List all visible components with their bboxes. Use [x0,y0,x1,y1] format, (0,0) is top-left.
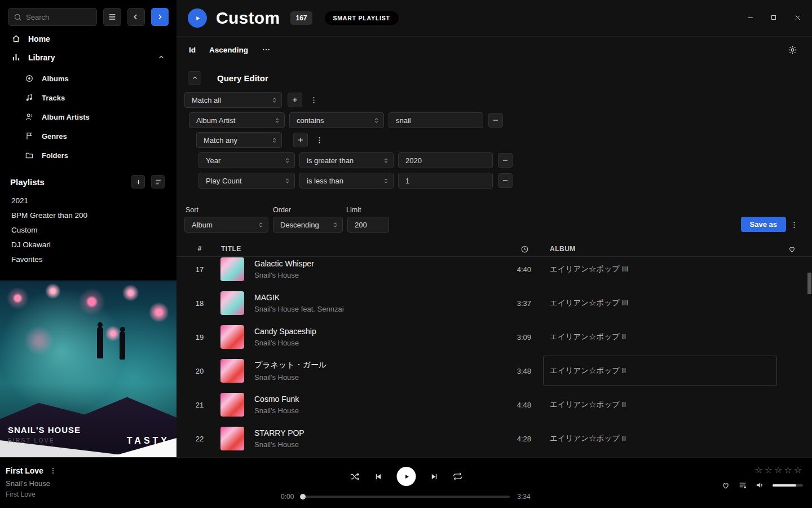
shuffle-button[interactable] [350,471,360,482]
rule-operator-select[interactable]: contains [289,112,384,128]
playlist-item[interactable]: Custom [0,222,176,237]
now-playing-artist[interactable]: Snail's House [6,479,57,488]
playlist-item[interactable]: BPM Greater than 200 [0,208,176,222]
sidebar-item-albums[interactable]: Albums [0,69,176,88]
rule-value-input[interactable] [398,173,493,189]
match-all-select[interactable]: Match all [184,92,282,108]
track-artist[interactable]: Snail's House [254,339,469,347]
playlist-item[interactable]: 2021 [0,193,176,208]
favorite-heart-icon[interactable] [775,245,812,253]
header-album[interactable]: ALBUM [550,245,775,253]
save-menu-button[interactable] [788,217,800,232]
track-album-focused[interactable]: エイリアン☆ポップ II [543,356,777,386]
header-index[interactable]: # [186,245,214,253]
rule-field-select[interactable]: Play Count [198,173,295,189]
track-artist[interactable]: Snail's House [254,406,469,415]
previous-track-button[interactable] [374,472,383,481]
sidebar-item-library[interactable]: Library [0,48,176,67]
favorite-track-button[interactable] [721,481,730,490]
track-artist[interactable]: Snail's House [254,373,469,382]
sort-field-button[interactable]: Id [189,46,196,54]
save-as-button[interactable]: Save as [741,217,786,232]
order-select[interactable]: Descending [273,217,343,233]
nav-forward-button[interactable] [151,8,169,26]
track-album[interactable]: エイリアン☆ポップ III [550,265,628,273]
playlist-list-button[interactable] [151,175,165,189]
minimize-button[interactable] [740,9,760,26]
queue-button[interactable] [738,481,747,490]
sidebar-item-tracks[interactable]: Tracks [0,88,176,107]
track-album[interactable]: エイリアン☆ポップ II [550,332,626,341]
settings-gear-button[interactable] [788,45,797,55]
volume-button[interactable] [755,480,765,490]
collapse-query-editor-button[interactable] [188,71,201,85]
rule-value-input[interactable] [389,112,483,128]
now-playing-album[interactable]: First Love [6,491,57,498]
remove-rule-button[interactable] [488,113,503,128]
rule-field-select[interactable]: Year [198,152,295,168]
artwork-brand: TASTY [127,436,170,446]
star-icon[interactable]: ☆ [774,465,784,475]
table-row[interactable]: 17 Galactic Whisper Snail's House 4:40 エ… [186,257,812,286]
table-row[interactable]: 22 STARRY POP Snail's House 4:28 エイリアン☆ポ… [186,422,812,456]
now-playing-artwork[interactable]: SNAIL'S HOUSE FIRST LOVE TASTY [0,281,176,457]
sort-select[interactable]: Album [184,217,268,233]
table-row[interactable]: 19 Candy Spaceship Snail's House 3:09 エイ… [186,320,812,354]
search-input[interactable] [26,13,91,21]
rule-value-input[interactable] [398,152,493,168]
star-icon[interactable]: ☆ [784,465,793,475]
track-artist[interactable]: Snail's House feat. Sennzai [254,305,469,313]
table-row[interactable]: 21 Cosmo Funk Snail's House 4:48 エイリアン☆ポ… [186,388,812,422]
now-playing-title[interactable]: First Love [6,466,43,475]
group-menu-button[interactable] [314,133,325,147]
rule-operator-select[interactable]: is less than [299,173,394,189]
repeat-button[interactable] [453,471,463,481]
rule-menu-button[interactable] [308,93,319,107]
sidebar-item-folders[interactable]: Folders [0,146,176,165]
star-icon[interactable]: ☆ [794,465,804,475]
star-icon[interactable]: ☆ [765,465,774,475]
remove-rule-button[interactable] [498,153,513,168]
limit-input[interactable] [347,217,389,233]
track-album[interactable]: エイリアン☆ポップ III [550,299,628,307]
track-album[interactable]: エイリアン☆ポップ II [550,434,626,443]
playlist-item[interactable]: DJ Okawari [0,237,176,252]
nav-back-button[interactable] [127,8,145,26]
table-row[interactable]: 20 プラネット・ガール Snail's House 3:48 エイリアン☆ポッ… [186,354,812,388]
sort-direction-button[interactable]: Ascending [209,46,248,54]
search-box[interactable] [8,8,97,26]
add-group-rule-button[interactable] [293,133,308,147]
seek-track[interactable] [301,496,510,498]
rule-field-select[interactable]: Album Artist [189,112,285,128]
match-any-select[interactable]: Match any [196,132,282,148]
track-artist[interactable]: Snail's House [254,271,469,279]
close-button[interactable] [787,9,807,26]
play-pause-button[interactable] [397,467,416,486]
remove-rule-button[interactable] [498,173,513,188]
track-album[interactable]: エイリアン☆ポップ II [550,400,626,409]
scrollbar-thumb[interactable] [807,273,811,294]
star-icon[interactable]: ☆ [754,465,764,475]
playlist-item[interactable]: Favorites [0,252,176,266]
track-index: 18 [186,299,214,308]
header-title[interactable]: TITLE [221,245,503,253]
volume-slider[interactable] [773,484,803,487]
rating-stars[interactable]: ☆☆☆☆☆ [754,465,804,475]
add-rule-button[interactable] [288,93,302,107]
menu-button[interactable] [103,8,121,26]
more-options-icon[interactable] [262,45,271,54]
track-artist[interactable]: Snail's House [254,440,469,449]
sidebar-item-album-artists[interactable]: Album Artists [0,107,176,126]
sidebar-item-genres[interactable]: Genres [0,126,176,146]
sidebar-item-home[interactable]: Home [0,29,176,48]
rule-operator-select[interactable]: is greater than [299,152,394,168]
play-playlist-button[interactable] [188,8,207,28]
next-track-button[interactable] [430,472,439,481]
duration-clock-icon[interactable] [503,245,546,253]
dots-vertical-icon[interactable] [49,467,57,475]
maximize-button[interactable] [764,9,784,26]
seek-knob[interactable] [300,494,306,500]
table-row[interactable]: 18 MAGIK Snail's House feat. Sennzai 3:3… [186,286,812,320]
add-playlist-button[interactable] [131,175,145,189]
chevron-up-icon[interactable] [157,54,165,62]
